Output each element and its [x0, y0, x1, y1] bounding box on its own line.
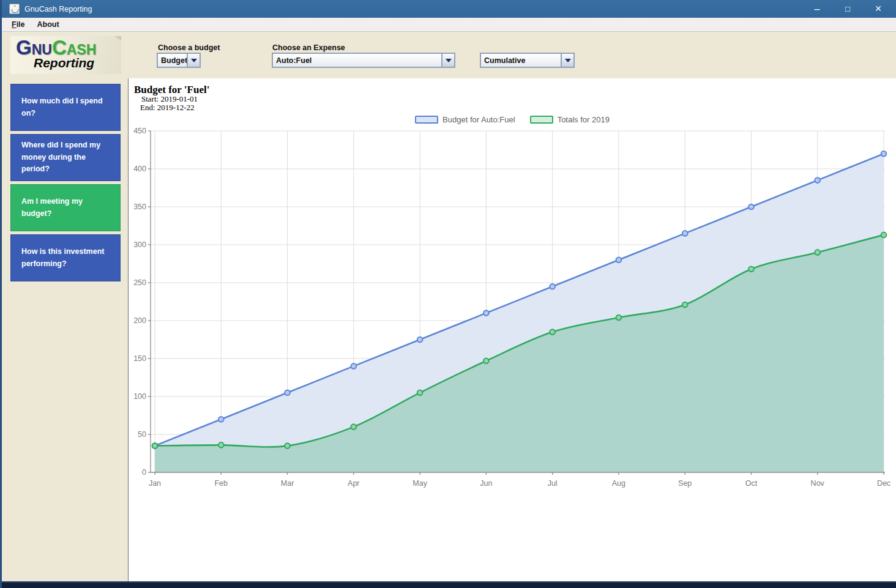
java-app-icon [9, 4, 20, 14]
svg-text:Jan: Jan [149, 479, 161, 488]
report-panel: Budget for 'Fuel' Start: 2019-01-01 End:… [129, 78, 896, 581]
window-title: GnuCash Reporting [24, 5, 92, 13]
svg-text:150: 150 [133, 354, 146, 363]
svg-text:0: 0 [142, 468, 146, 477]
mode-dropdown-value: Cumulative [481, 54, 561, 67]
chevron-down-icon [191, 59, 197, 62]
svg-text:Mar: Mar [281, 479, 294, 488]
svg-text:450: 450 [133, 127, 146, 135]
expense-dropdown[interactable]: Auto:Fuel [272, 53, 455, 68]
logo-brand: GnuCash [16, 37, 96, 58]
svg-text:Dec: Dec [877, 479, 890, 488]
title-bar: GnuCash Reporting – □ × [2, 0, 896, 18]
question-sidebar: How much did I spend on? Where did I spe… [2, 78, 129, 581]
close-button[interactable]: × [872, 2, 885, 16]
legend-item-totals: Totals for 2019 [530, 115, 610, 124]
taskbar-edge [2, 581, 896, 588]
svg-text:300: 300 [133, 240, 146, 249]
app-window: GnuCash Reporting – □ × File About GnuCa… [0, 0, 896, 588]
svg-text:Nov: Nov [811, 479, 825, 488]
budget-dropdown[interactable]: Budget [157, 53, 201, 68]
svg-text:Sep: Sep [678, 479, 692, 488]
sidebar-item-spend-where[interactable]: Where did I spend my money during the pe… [10, 134, 121, 181]
svg-text:May: May [413, 479, 427, 488]
menu-bar: File About [2, 18, 896, 32]
legend-item-budget: Budget for Auto:Fuel [415, 115, 515, 124]
svg-text:250: 250 [133, 278, 146, 287]
expense-dropdown-value: Auto:Fuel [273, 54, 441, 67]
svg-text:Oct: Oct [745, 479, 758, 488]
budget-dropdown-value: Budget [158, 54, 187, 67]
svg-text:350: 350 [133, 203, 146, 211]
logo-subtitle: Reporting [34, 56, 94, 70]
chart-legend: Budget for Auto:Fuel Totals for 2019 [129, 115, 896, 124]
legend-label-budget: Budget for Auto:Fuel [442, 115, 515, 124]
svg-text:Jul: Jul [548, 479, 558, 488]
svg-text:50: 50 [138, 430, 146, 439]
legend-label-totals: Totals for 2019 [558, 115, 610, 124]
gnucash-logo: GnuCash Reporting [10, 36, 121, 74]
svg-text:100: 100 [133, 392, 146, 401]
sidebar-item-meeting-budget[interactable]: Am I meeting my budget? [10, 184, 121, 231]
svg-text:Feb: Feb [214, 479, 228, 488]
toolbar-header: GnuCash Reporting Choose a budget Budget… [2, 32, 896, 78]
svg-text:Aug: Aug [612, 479, 625, 488]
svg-text:Apr: Apr [348, 479, 359, 488]
maximize-button[interactable]: □ [841, 2, 854, 16]
legend-swatch-budget [415, 116, 438, 124]
budget-line-chart: 050100150200250300350400450JanFebMarAprM… [129, 78, 896, 507]
chevron-down-icon [565, 59, 571, 62]
mode-dropdown-button[interactable] [561, 54, 573, 67]
sidebar-item-investment[interactable]: How is this investment performing? [10, 234, 121, 281]
expense-label: Choose an Expense [272, 43, 345, 52]
budget-dropdown-button[interactable] [187, 54, 200, 67]
chevron-down-icon [446, 59, 452, 62]
minimize-button[interactable]: – [810, 2, 824, 16]
mode-dropdown[interactable]: Cumulative [480, 53, 575, 68]
menu-about[interactable]: About [32, 19, 64, 30]
sidebar-item-spend-on[interactable]: How much did I spend on? [10, 84, 121, 131]
svg-text:200: 200 [133, 316, 146, 325]
svg-text:Jun: Jun [480, 479, 492, 488]
svg-text:400: 400 [133, 165, 146, 173]
legend-swatch-totals [530, 116, 553, 124]
expense-dropdown-button[interactable] [441, 54, 454, 67]
budget-label: Choose a budget [158, 43, 220, 52]
menu-file[interactable]: File [7, 19, 30, 30]
